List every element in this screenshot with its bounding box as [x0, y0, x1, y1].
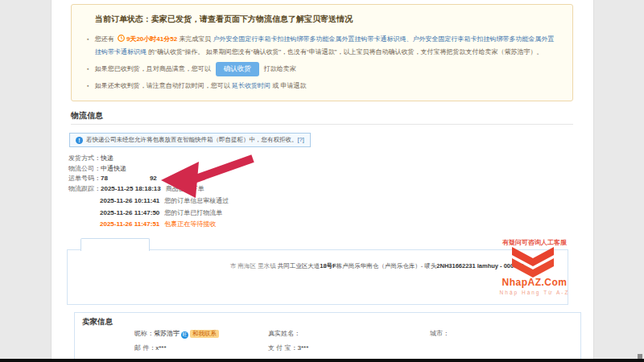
- section-divider: [71, 124, 573, 125]
- watermark-brand: NhapAZ.Com: [470, 277, 599, 288]
- order-status-title: 当前订单状态：卖家已发货，请查看页面下方物流信息了解宝贝寄送情况: [95, 14, 560, 25]
- waybill-number: 7892: [101, 175, 157, 182]
- info-icon: !: [76, 137, 83, 144]
- order-status-banner: 当前订单状态：卖家已发货，请查看页面下方物流信息了解宝贝寄送情况 您还有 9天2…: [71, 4, 573, 101]
- event-time: 2025-11-25 18:18:13: [101, 185, 161, 192]
- alert-help-link[interactable]: [?]: [298, 136, 304, 143]
- wangwang-icon[interactable]: 旺: [181, 331, 188, 339]
- seller-info-title: 卖家信息: [82, 317, 113, 327]
- contact-me-badge[interactable]: 和我联系: [190, 330, 219, 338]
- extend-time-link[interactable]: 延长收货时间: [232, 82, 270, 89]
- event-text: 您的订单已打物流单: [164, 209, 222, 216]
- smart-locker-alert: !若快递公司未经您允许将包裹放置在智能快件箱（即自提柜）中，您有权拒收。[?]: [69, 133, 311, 147]
- red-arrow-annotation: [155, 151, 263, 203]
- countdown-timer: 9天20小时41分52: [126, 35, 177, 43]
- ship-method-value: 快递: [101, 154, 114, 162]
- logistics-section-title: 物流信息: [71, 110, 103, 121]
- confirm-receipt-button[interactable]: 确认收货: [216, 62, 259, 76]
- event-text: 包裹正在等待揽收: [164, 220, 216, 228]
- seller-email-row: 邮 件：x***: [134, 343, 167, 352]
- tracking-event-latest: 2025-11-26 11:47:51包裹正在等待揽收: [100, 220, 216, 228]
- waybill-row: 运单号码：7892: [68, 174, 157, 183]
- company-row: 物流公司：中通快递: [68, 164, 126, 173]
- seller-city-row: 城市：: [430, 329, 449, 338]
- event-time: 2025-11-26 10:11:41: [100, 197, 159, 204]
- event-time: 2025-11-26 11:47:51: [100, 220, 159, 228]
- watermark-tagline: Nhập Hàng Từ A-Z: [470, 290, 599, 295]
- event-time: 2025-11-26 11:47:50: [100, 209, 159, 216]
- company-value: 中通快递: [101, 165, 126, 172]
- bottom-black-bar: [0, 359, 644, 362]
- address-tab[interactable]: [80, 238, 150, 251]
- order-status-notes: 您还有 9天20小时41分52 来完成宝贝 户外安全固定行李箱卡扣挂钩绑带多功能…: [84, 33, 560, 93]
- note-countdown: 您还有 9天20小时41分52 来完成宝贝 户外安全固定行李箱卡扣挂钩绑带多功能…: [87, 33, 560, 59]
- seller-realname-row: 真实姓名：: [268, 329, 300, 338]
- tracking-event: 2025-11-26 11:47:50您的订单已打物流单: [100, 208, 222, 217]
- nhapaz-logo-icon: [510, 247, 555, 278]
- ship-method-row: 发货方式：快递: [68, 154, 114, 162]
- refund-link[interactable]: 申请退款: [280, 82, 306, 89]
- seller-email: x***: [155, 344, 166, 352]
- seller-nickname: 紫苏浩宇: [154, 330, 180, 337]
- seller-alipay-row: 支 付 宝：3***: [268, 343, 308, 352]
- seller-info-box: 卖家信息 昵称：紫苏浩宇旺和我联系 真实姓名： 城市： 邮 件：x*** 支 付…: [74, 312, 581, 360]
- seller-nickname-row: 昵称：紫苏浩宇旺和我联系: [134, 329, 219, 339]
- note-extend: 如果还未收到货，请注意自动打款时间，您可以 延长收货时间 或 申请退款: [87, 80, 560, 93]
- note-confirm: 如果您已收到货，且对商品满意，您可以确认收货打款给卖家: [87, 62, 560, 76]
- shipping-address: 市 南海区 里水镇 共同工业区大道18号F栋卢尚乐华南仓（卢尚乐仓库）- 唛头2…: [230, 262, 524, 270]
- clock-icon: [118, 35, 125, 42]
- watermark-note: 有疑问可咨询人工客服: [470, 238, 599, 247]
- page-content: 当前订单状态：卖家已发货，请查看页面下方物流信息了解宝贝寄送情况 您还有 9天2…: [52, 0, 593, 359]
- seller-alipay: 3***: [297, 344, 308, 352]
